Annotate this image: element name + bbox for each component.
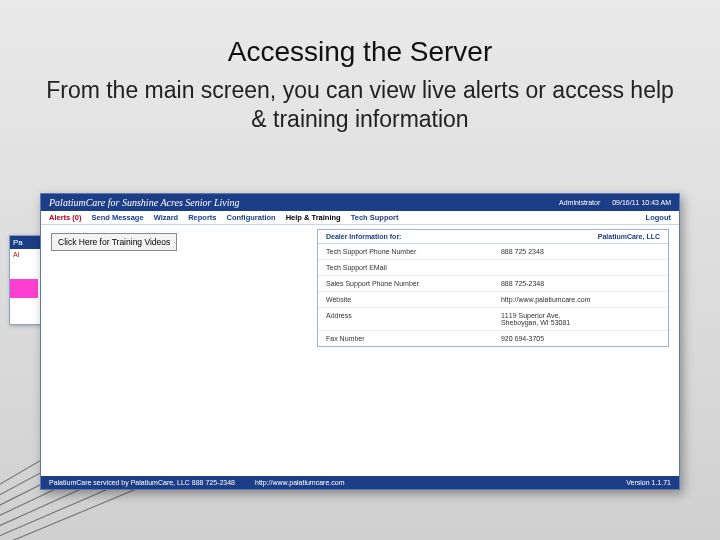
app-title: PalatiumCare for Sunshine Acres Senior L… (49, 197, 239, 208)
app-footer: PalatiumCare serviced by PalatiumCare, L… (41, 476, 679, 489)
dealer-row-key: Fax Number (326, 335, 501, 342)
menu-alerts[interactable]: Alerts (0) (49, 213, 82, 222)
menu-logout[interactable]: Logout (646, 213, 671, 222)
dealer-row-key: Website (326, 296, 501, 303)
menu-wizard[interactable]: Wizard (154, 213, 179, 222)
datetime: 09/16/11 10:43 AM (612, 199, 671, 206)
dealer-row: Sales Support Phone Number 888 725-2348 (318, 276, 668, 292)
dealer-row: Tech Support Phone Number 888 725 2348 (318, 244, 668, 260)
dealer-header-label: Dealer Information for: (326, 233, 598, 240)
dealer-panel-header: Dealer Information for: PalatiumCare, LL… (318, 230, 668, 244)
dealer-row-key: Sales Support Phone Number (326, 280, 501, 287)
bg-alert-highlight (10, 278, 38, 298)
dealer-row: Tech Support EMail (318, 260, 668, 276)
background-window: Pa Al (9, 235, 41, 325)
dealer-row-val: 888 725 2348 (501, 248, 660, 255)
footer-version: Version 1.1.71 (626, 479, 671, 486)
slide-subtitle: From the main screen, you can view live … (40, 76, 680, 134)
dealer-row: Address 1119 Superior Ave. Sheboygan, WI… (318, 308, 668, 331)
dealer-row-val: 888 725-2348 (501, 280, 660, 287)
dealer-row: Fax Number 920 694-3705 (318, 331, 668, 346)
dealer-row-key: Address (326, 312, 501, 326)
menu-configuration[interactable]: Configuration (227, 213, 276, 222)
dealer-row-key: Tech Support EMail (326, 264, 501, 271)
training-videos-button[interactable]: Click Here for Training Videos (51, 233, 177, 251)
menu-help-training[interactable]: Help & Training (286, 213, 341, 222)
footer-url: http://www.palatiumcare.com (255, 479, 344, 486)
user-role: Administrator (559, 199, 600, 206)
dealer-header-name: PalatiumCare, LLC (598, 233, 660, 240)
footer-service-text: PalatiumCare serviced by PalatiumCare, L… (49, 479, 235, 486)
dealer-row-val: 1119 Superior Ave. Sheboygan, WI 53081 (501, 312, 660, 326)
dealer-row-val (501, 264, 660, 271)
dealer-row-val: 920 694-3705 (501, 335, 660, 342)
bg-alerts-text: Al (10, 249, 40, 260)
app-window: PalatiumCare for Sunshine Acres Senior L… (40, 193, 680, 490)
menu-reports[interactable]: Reports (188, 213, 216, 222)
bg-titlebar: Pa (10, 236, 40, 249)
menu-tech-support[interactable]: Tech Support (351, 213, 399, 222)
app-titlebar: PalatiumCare for Sunshine Acres Senior L… (41, 194, 679, 211)
dealer-row-val: http://www.palatiumcare.com (501, 296, 660, 303)
menu-send-message[interactable]: Send Message (92, 213, 144, 222)
dealer-row-key: Tech Support Phone Number (326, 248, 501, 255)
content-area: Click Here for Training Videos Dealer In… (41, 225, 679, 473)
dealer-info-panel: Dealer Information for: PalatiumCare, LL… (317, 229, 669, 347)
menubar: Alerts (0) Send Message Wizard Reports C… (41, 211, 679, 225)
dealer-row: Website http://www.palatiumcare.com (318, 292, 668, 308)
slide-title: Accessing the Server (0, 36, 720, 68)
